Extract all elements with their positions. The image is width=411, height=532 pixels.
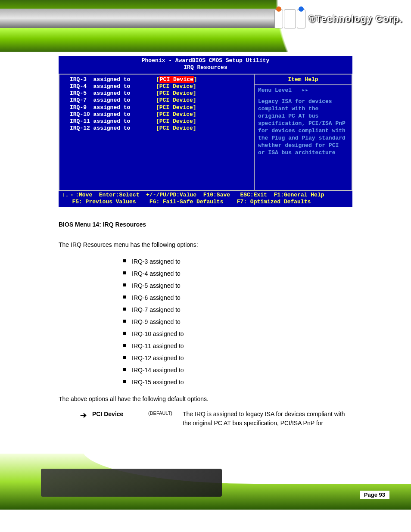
irq-row[interactable]: IRQ-9 assigned to[PCI Device] <box>70 104 250 111</box>
document-body: BIOS Menu 14: IRQ Resources The IRQ Reso… <box>59 220 352 428</box>
list-item: IRQ-7 assigned to <box>123 305 352 314</box>
figure-caption: BIOS Menu 14: IRQ Resources <box>59 220 352 229</box>
option-label: PCI Device <box>92 410 148 428</box>
item-help-body: Menu Level ▸▸ Legacy ISA for devices com… <box>255 85 352 159</box>
bios-irq-list: IRQ-3 assigned to[PCI Device]IRQ-4 assig… <box>59 75 255 191</box>
brand-text: ®Technology Corp. <box>308 13 402 25</box>
irq-value[interactable]: [PCI Device] <box>156 118 196 125</box>
irq-value[interactable]: [PCI Device] <box>156 125 196 132</box>
irq-row[interactable]: IRQ-10 assigned to[PCI Device] <box>70 111 250 118</box>
irq-row[interactable]: IRQ-12 assigned to[PCI Device] <box>70 125 250 132</box>
irq-value[interactable]: [PCI Device] <box>156 83 196 90</box>
irq-label: IRQ-12 assigned to <box>70 125 156 132</box>
list-item: IRQ-3 assigned to <box>123 257 352 266</box>
list-item: IRQ-9 assigned to <box>123 317 352 327</box>
irq-row[interactable]: IRQ-7 assigned to[PCI Device] <box>70 97 250 104</box>
irq-label: IRQ-9 assigned to <box>70 104 156 111</box>
list-item: IRQ-14 assigned to <box>123 366 352 375</box>
list-item: IRQ-15 assigned to <box>123 378 352 387</box>
bios-title-line1: Phoenix - AwardBIOS CMOS Setup Utility <box>59 57 352 64</box>
footer-decor: Page 93 <box>0 454 411 510</box>
irq-value[interactable]: [PCI Device] <box>156 76 197 83</box>
options-intro: The above options all have the following… <box>59 395 352 404</box>
iei-logo-icon <box>274 9 305 28</box>
bios-help-panel: Item Help Menu Level ▸▸ Legacy ISA for d… <box>255 75 352 191</box>
list-item: IRQ-5 assigned to <box>123 281 352 290</box>
bios-title-line2: IRQ Resources <box>59 64 352 71</box>
bios-screenshot: Phoenix - AwardBIOS CMOS Setup Utility I… <box>59 56 352 207</box>
irq-label: IRQ-3 assigned to <box>70 76 156 83</box>
irq-value[interactable]: [PCI Device] <box>156 111 196 118</box>
irq-value[interactable]: [PCI Device] <box>156 97 196 104</box>
header-decor: ®Technology Corp. <box>0 0 411 52</box>
arrow-right-icon: ➔ <box>80 410 86 428</box>
irq-label: IRQ-10 assigned to <box>70 111 156 118</box>
page-number: Page 93 <box>360 491 389 499</box>
list-item: IRQ-12 assigned to <box>123 354 352 363</box>
irq-value[interactable]: [PCI Device] <box>156 104 196 111</box>
list-item: IRQ-10 assigned to <box>123 330 352 339</box>
irq-row[interactable]: IRQ-11 assigned to[PCI Device] <box>70 118 250 125</box>
irq-label: IRQ-11 assigned to <box>70 118 156 125</box>
irq-label: IRQ-5 assigned to <box>70 90 156 97</box>
bios-title: Phoenix - AwardBIOS CMOS Setup Utility I… <box>59 56 352 74</box>
irq-label: IRQ-7 assigned to <box>70 97 156 104</box>
brand-logo: ®Technology Corp. <box>274 9 402 28</box>
menu-level-arrows-icon: ▸▸ <box>302 87 308 93</box>
irq-row[interactable]: IRQ-3 assigned to[PCI Device] <box>70 76 250 83</box>
intro-text: The IRQ Resources menu has the following… <box>59 240 352 249</box>
option-block: ➔ PCI Device (DEFAULT) The IRQ is assign… <box>80 410 352 428</box>
irq-row[interactable]: IRQ-5 assigned to[PCI Device] <box>70 90 250 97</box>
bios-footer-line1: ↑↓→←:Move Enter:Select +/-/PU/PD:Value F… <box>62 192 324 198</box>
irq-label: IRQ-4 assigned to <box>70 83 156 90</box>
item-help-description: Legacy ISA for devices compliant with th… <box>258 98 348 156</box>
irq-bullet-list: IRQ-3 assigned toIRQ-4 assigned toIRQ-5 … <box>106 257 352 387</box>
irq-value[interactable]: [PCI Device] <box>156 90 196 97</box>
list-item: IRQ-4 assigned to <box>123 269 352 278</box>
menu-level-label: Menu Level <box>258 87 292 93</box>
option-description: The IRQ is assigned to legacy ISA for de… <box>183 410 352 428</box>
item-help-title: Item Help <box>255 75 352 85</box>
bios-footer-line2: F5: Previous Values F6: Fail-Safe Defaul… <box>62 199 311 205</box>
list-item: IRQ-11 assigned to <box>123 342 352 351</box>
footer-curve <box>82 454 411 484</box>
option-default-flag: (DEFAULT) <box>148 410 183 428</box>
irq-row[interactable]: IRQ-4 assigned to[PCI Device] <box>70 83 250 90</box>
list-item: IRQ-6 assigned to <box>123 293 352 302</box>
bios-footer: ↑↓→←:Move Enter:Select +/-/PU/PD:Value F… <box>59 191 352 208</box>
